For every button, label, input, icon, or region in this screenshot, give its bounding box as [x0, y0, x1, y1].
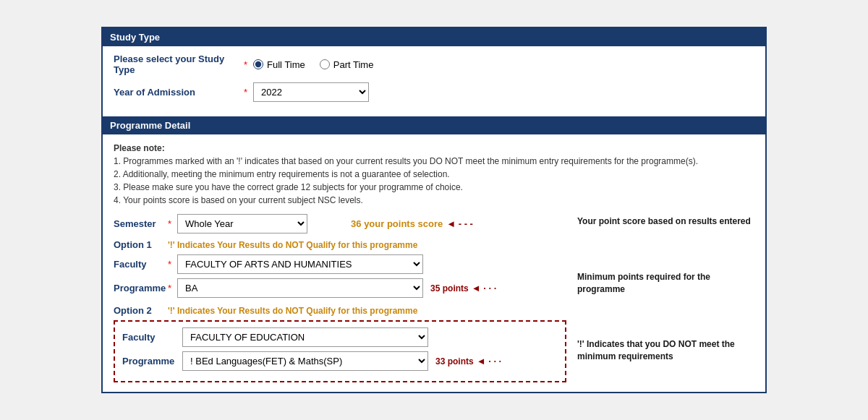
option1-points: 35 points — [430, 283, 469, 293]
option2-not-qualify-text: '!' Indicates Your Results do NOT Qualif… — [168, 306, 417, 316]
programme-detail-header: Programme Detail — [103, 116, 765, 134]
option1-faculty-select[interactable]: FACULTY OF ARTS AND HUMANITIES FACULTY O… — [177, 254, 423, 274]
option1-points-arrow: ◄ · · · — [472, 283, 497, 293]
required-star-year: * — [244, 87, 247, 98]
option1-faculty-label: Faculty — [114, 259, 168, 270]
required-star-option1-faculty: * — [168, 259, 171, 270]
semester-select[interactable]: Whole Year Semester 1 Semester 2 — [177, 214, 307, 233]
option1-not-qualify-text: '!' Indicates Your Results do NOT Qualif… — [168, 240, 417, 250]
full-time-option[interactable]: Full Time — [253, 59, 305, 70]
option2-points-arrow: ◄ · · · — [477, 356, 502, 367]
part-time-option[interactable]: Part Time — [320, 59, 374, 70]
semester-label: Semester — [114, 218, 168, 229]
annotations-column: Your point score based on results entere… — [566, 214, 754, 385]
exclamation-annotation: '!' Indicates that you DO NOT meet the m… — [577, 338, 754, 363]
study-type-radio-group: Full Time Part Time — [253, 59, 373, 70]
note-4: 4. Your points score is based on your cu… — [114, 195, 363, 205]
year-of-admission-label: Year of Admission — [114, 87, 244, 98]
required-star-option1-programme: * — [168, 283, 171, 293]
points-score-annotation: Your point score based on results entere… — [577, 215, 754, 228]
option2-label: Option 2 — [114, 305, 168, 316]
study-type-header: Study Type — [103, 28, 765, 46]
note-2: 2. Additionally, meeting the minimum ent… — [114, 169, 450, 179]
option1-programme-label: Programme — [114, 283, 168, 293]
option2-programme-label: Programme — [122, 356, 176, 367]
year-of-admission-select[interactable]: 2020 2021 2022 2023 2024 — [253, 82, 369, 102]
points-score-label: 36 your points score — [351, 218, 443, 229]
option1-label: Option 1 — [114, 239, 168, 250]
part-time-label: Part Time — [333, 59, 374, 70]
option2-points: 33 points — [435, 356, 474, 367]
note-3: 3. Please make sure you have the correct… — [114, 182, 463, 192]
option2-faculty-select[interactable]: FACULTY OF ARTS AND HUMANITIES FACULTY O… — [182, 327, 428, 347]
note-1: 1. Programmes marked with an '!' indicat… — [114, 156, 698, 166]
required-star-study-type: * — [244, 59, 247, 70]
required-star-semester: * — [168, 218, 171, 229]
notes-title: Please note: — [114, 143, 165, 153]
part-time-radio[interactable] — [320, 59, 330, 69]
points-score-arrow: ◄ - - - — [446, 218, 473, 229]
option1-programme-select[interactable]: BA BCom BSc — [177, 278, 423, 298]
study-type-label: Please select your Study Type — [114, 53, 244, 75]
option2-faculty-label: Faculty — [122, 332, 176, 343]
full-time-radio[interactable] — [253, 59, 263, 69]
min-points-annotation: Minimum points required for the programm… — [577, 271, 754, 296]
option2-programme-select[interactable]: ! BEd Languages(FET) & Maths(SP) ! BEd F… — [182, 351, 428, 371]
full-time-label: Full Time — [267, 59, 305, 70]
notes-section: Please note: 1. Programmes marked with a… — [114, 142, 754, 207]
